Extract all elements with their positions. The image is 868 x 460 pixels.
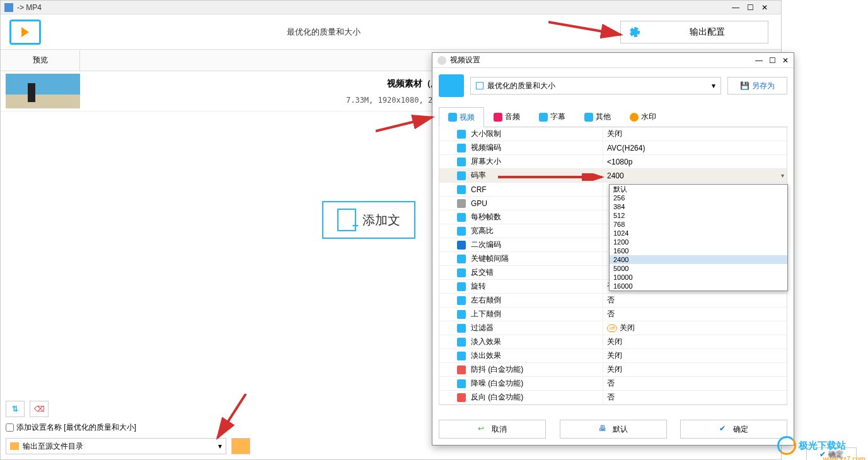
setting-row[interactable]: 淡出效果关闭 <box>439 349 787 363</box>
setting-label-cell: GPU <box>439 197 603 210</box>
setting-value-text: 关闭 <box>607 364 622 375</box>
dropdown-option[interactable]: 256 <box>610 193 787 202</box>
setting-value-cell[interactable]: 否 <box>603 377 787 390</box>
setting-row[interactable]: 屏幕大小<1080p <box>439 155 787 169</box>
output-directory-label: 输出至源文件目录 <box>23 441 83 452</box>
setting-row[interactable]: 上下颠倒否 <box>439 308 787 321</box>
setting-value-cell[interactable]: 2400▾ <box>603 169 787 182</box>
setting-icon <box>457 144 466 152</box>
dropdown-option[interactable]: 2400 <box>610 255 787 264</box>
tab-audio-label: 音频 <box>505 112 520 122</box>
setting-row[interactable]: 降噪 (白金功能)否 <box>439 377 787 391</box>
tab-video[interactable]: 视频 <box>439 107 484 127</box>
setting-row[interactable]: 视频编码AVC(H264) <box>439 141 787 155</box>
merge-icon[interactable]: ⇅ <box>6 401 25 417</box>
dropdown-option[interactable]: 16000 <box>610 282 787 290</box>
dialog-close-icon[interactable]: ✕ <box>782 56 789 65</box>
cancel-label: 取消 <box>492 424 507 435</box>
setting-label-text: 关键帧间隔 <box>471 253 509 264</box>
tab-subtitle[interactable]: 字幕 <box>529 107 575 127</box>
default-button[interactable]: 🖶默认 <box>560 420 667 439</box>
add-preset-name-checkbox[interactable] <box>6 423 14 432</box>
dialog-minimize-icon[interactable]: — <box>755 56 763 65</box>
setting-label-cell: CRF <box>439 183 603 196</box>
setting-value-cell[interactable]: 关闭 <box>603 349 787 362</box>
setting-row[interactable]: 过滤器off关闭 <box>439 321 787 335</box>
setting-value-text: AVC(H264) <box>607 144 645 152</box>
setting-icon <box>457 158 466 166</box>
setting-icon <box>457 379 466 388</box>
dropdown-option[interactable]: 1024 <box>610 229 787 238</box>
setting-label-text: 防抖 (白金功能) <box>471 364 523 375</box>
add-file-button[interactable]: 添加文 <box>322 201 415 239</box>
setting-value-cell[interactable]: 关闭 <box>603 127 787 141</box>
browse-folder-button[interactable] <box>231 438 250 454</box>
ok-button[interactable]: ✔确定 <box>680 420 787 439</box>
setting-label-cell: 旋转 <box>439 280 603 293</box>
output-config-button[interactable]: 输出配置 <box>620 21 768 43</box>
dropdown-option[interactable]: 1600 <box>610 246 787 255</box>
setting-icon <box>457 282 466 291</box>
setting-value-text: 关闭 <box>607 336 622 347</box>
setting-value-cell[interactable]: 关闭 <box>603 363 787 376</box>
setting-row[interactable]: 反向 (白金功能)否 <box>439 391 787 405</box>
tab-audio[interactable]: 音频 <box>484 107 529 127</box>
setting-value-cell[interactable]: 否 <box>603 308 787 321</box>
setting-icon <box>457 227 466 236</box>
setting-label-text: 淡出效果 <box>471 350 501 361</box>
tab-other[interactable]: 其他 <box>575 107 620 127</box>
watermark-url: www.xz7.com <box>777 455 865 460</box>
dropdown-option[interactable]: 384 <box>610 202 787 211</box>
cancel-button[interactable]: ↩取消 <box>439 420 546 439</box>
tab-watermark-label: 水印 <box>641 112 656 122</box>
setting-value-text: <1080p <box>607 158 632 166</box>
dropdown-option[interactable]: 512 <box>610 211 787 220</box>
preset-select[interactable]: 最优化的质量和大小 ▾ <box>470 77 721 95</box>
setting-label-cell: 视频编码 <box>439 141 603 154</box>
dropdown-option[interactable]: 10000 <box>610 273 787 282</box>
setting-value-text: 否 <box>607 295 615 306</box>
dialog-titlebar: 视频设置 — ☐ ✕ <box>432 53 794 68</box>
remove-icon[interactable]: ⌫ <box>30 401 49 417</box>
setting-value-cell[interactable]: AVC(H264) <box>603 141 787 154</box>
dropdown-option[interactable]: 默认 <box>610 185 787 193</box>
setting-row[interactable]: 大小限制关闭 <box>439 127 787 141</box>
minimize-icon[interactable]: — <box>732 3 739 12</box>
setting-value-cell[interactable]: <1080p <box>603 155 787 168</box>
save-as-button[interactable]: 💾 另存为 <box>727 77 787 95</box>
top-toolbar: 最优化的质量和大小 输出配置 <box>1 14 781 49</box>
output-directory-select[interactable]: 输出至源文件目录 ▾ <box>6 438 226 454</box>
dropdown-option[interactable]: 768 <box>610 220 787 229</box>
setting-label-text: GPU <box>471 199 487 208</box>
setting-label-cell: 每秒帧数 <box>439 210 603 224</box>
dropdown-option[interactable]: 1200 <box>610 238 787 246</box>
watermark-name: 极光下载站 <box>799 440 846 452</box>
preview-tab[interactable]: 预览 <box>1 50 80 71</box>
tab-watermark[interactable]: 水印 <box>620 107 666 127</box>
setting-icon <box>457 268 466 277</box>
setting-label-text: 二次编码 <box>471 239 501 250</box>
setting-row[interactable]: 防抖 (白金功能)关闭 <box>439 363 787 377</box>
dialog-maximize-icon[interactable]: ☐ <box>769 56 776 65</box>
subtitle-tab-icon <box>539 113 548 122</box>
setting-label-text: 宽高比 <box>471 226 494 236</box>
dropdown-option[interactable]: 5000 <box>610 264 787 273</box>
setting-value-cell[interactable]: 否 <box>603 294 787 307</box>
setting-icon <box>457 296 466 305</box>
setting-icon <box>457 310 466 319</box>
setting-row[interactable]: 码率2400▾ <box>439 169 787 183</box>
setting-label-text: 屏幕大小 <box>471 156 501 167</box>
close-icon[interactable]: ✕ <box>761 3 768 12</box>
setting-row[interactable]: 左右颠倒否 <box>439 294 787 308</box>
setting-row[interactable]: 淡入效果关闭 <box>439 335 787 349</box>
bitrate-dropdown[interactable]: 默认25638451276810241200160024005000100001… <box>609 184 788 291</box>
gear-icon <box>628 26 641 38</box>
save-icon: 💾 <box>740 81 749 90</box>
default-label: 默认 <box>613 424 628 435</box>
setting-value-cell[interactable]: 关闭 <box>603 335 787 348</box>
setting-value-cell[interactable]: off关闭 <box>603 321 787 335</box>
setting-icon <box>457 199 466 208</box>
maximize-icon[interactable]: ☐ <box>747 3 754 12</box>
setting-value-cell[interactable]: 否 <box>603 391 787 404</box>
app-icon <box>4 3 13 12</box>
